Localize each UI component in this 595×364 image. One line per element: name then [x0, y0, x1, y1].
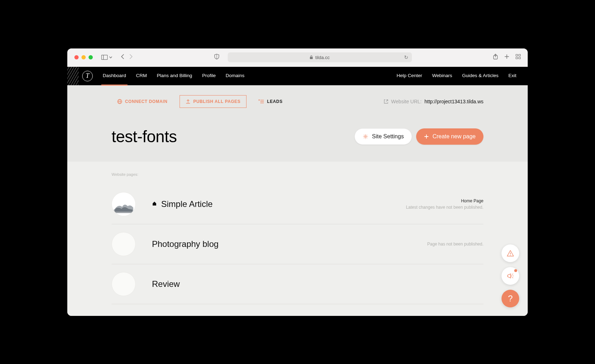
external-link-icon: [384, 99, 388, 104]
website-url[interactable]: Website URL: http://project13413.tilda.w…: [384, 99, 483, 104]
page-note: Page has not been published.: [427, 242, 483, 247]
nav-item-profile[interactable]: Profile: [202, 73, 216, 79]
svg-rect-6: [519, 54, 521, 56]
chevron-down-icon: [109, 56, 112, 58]
decoration-strip: [67, 67, 79, 85]
nav-item-plans-and-billing[interactable]: Plans and Billing: [157, 73, 192, 79]
action-row: CONNECT DOMAIN PUBLISH ALL PAGES LEADS W…: [112, 85, 483, 108]
window-close-button[interactable]: [74, 55, 79, 59]
page-note: Latest changes have not been published.: [406, 205, 483, 210]
browser-toolbar: tilda.cc ↻: [67, 48, 528, 67]
svg-line-21: [512, 274, 513, 275]
float-stack: ?: [502, 244, 519, 307]
page-thumbnail: [112, 192, 136, 216]
tab-overview-button[interactable]: [516, 54, 521, 60]
nav-item-domains[interactable]: Domains: [226, 73, 244, 79]
page-thumbnail: [112, 232, 136, 256]
plus-icon: [424, 134, 429, 139]
sidebar-icon: [101, 55, 108, 60]
gear-icon: [363, 134, 368, 139]
address-host: tilda.cc: [315, 55, 329, 60]
sidebar-toggle[interactable]: [101, 55, 112, 60]
app-nav: T DashboardCRMPlans and BillingProfileDo…: [67, 67, 528, 85]
browser-window: tilda.cc ↻ T DashboardCRMPlans and Billi…: [67, 48, 528, 316]
page-meta: Page has not been published.: [427, 242, 483, 247]
megaphone-icon: [506, 272, 514, 279]
pages-area: Website pages: Simple ArticleHome PageLa…: [67, 162, 528, 316]
site-title: test-fonts: [112, 127, 177, 146]
svg-rect-5: [516, 54, 518, 56]
privacy-shield-icon[interactable]: [214, 54, 219, 61]
page-main: Photography blog: [152, 239, 219, 249]
page-meta: Home PageLatest changes have not been pu…: [406, 198, 483, 210]
connect-domain-label: CONNECT DOMAIN: [125, 99, 168, 104]
alerts-button[interactable]: [502, 244, 519, 262]
create-page-button[interactable]: Create new page: [416, 128, 483, 145]
nav-item-exit[interactable]: Exit: [508, 73, 516, 79]
question-icon: ?: [508, 294, 512, 304]
page-main: Simple Article: [152, 199, 212, 209]
globe-icon: [117, 99, 122, 104]
tilda-logo[interactable]: T: [82, 71, 93, 81]
leads-label: LEADS: [267, 99, 283, 104]
svg-rect-8: [519, 57, 521, 59]
page-row[interactable]: Simple ArticleHome PageLatest changes ha…: [112, 184, 483, 224]
site-settings-label: Site Settings: [372, 133, 404, 140]
pages-section-label: Website pages:: [112, 172, 483, 177]
upload-icon: [186, 99, 191, 104]
home-icon: [152, 201, 157, 207]
new-tab-button[interactable]: [504, 54, 509, 60]
nav-item-dashboard[interactable]: Dashboard: [103, 73, 126, 79]
nav-item-webinars[interactable]: Webinars: [432, 73, 452, 79]
page-badge: Home Page: [406, 198, 483, 203]
connect-domain-button[interactable]: CONNECT DOMAIN: [112, 96, 173, 108]
nav-item-help-center[interactable]: Help Center: [397, 73, 422, 79]
page-main: Review: [152, 279, 180, 289]
nav-back-button[interactable]: [121, 54, 124, 61]
announcements-button[interactable]: [502, 267, 519, 285]
traffic-lights: [74, 55, 93, 59]
website-url-value: http://project13413.tilda.ws: [424, 99, 483, 104]
svg-point-17: [365, 135, 367, 137]
publish-all-button[interactable]: PUBLISH ALL PAGES: [180, 95, 246, 108]
lock-icon: [310, 55, 313, 59]
window-zoom-button[interactable]: [89, 55, 93, 59]
page-title: Simple Article: [161, 199, 212, 209]
publish-all-label: PUBLISH ALL PAGES: [193, 99, 240, 104]
warning-icon: [506, 250, 514, 257]
svg-rect-0: [102, 55, 108, 60]
address-bar[interactable]: tilda.cc ↻: [228, 52, 412, 62]
svg-point-20: [510, 255, 511, 255]
page-title: Photography blog: [152, 239, 219, 249]
window-minimize-button[interactable]: [81, 55, 86, 59]
site-settings-button[interactable]: Site Settings: [355, 128, 412, 145]
page-row[interactable]: Review: [112, 264, 483, 304]
website-url-label: Website URL:: [391, 99, 421, 104]
share-button[interactable]: [493, 54, 498, 61]
nav-item-crm[interactable]: CRM: [136, 73, 147, 79]
nav-forward-button[interactable]: [129, 54, 133, 61]
title-row: test-fonts Site Settings Create new page: [112, 108, 483, 162]
reload-button[interactable]: ↻: [404, 54, 408, 60]
page-title: Review: [152, 279, 180, 289]
svg-line-23: [512, 277, 513, 278]
page-row[interactable]: Photography blogPage has not been publis…: [112, 224, 483, 264]
create-page-label: Create new page: [432, 133, 476, 140]
nav-item-guides-articles[interactable]: Guides & Articles: [462, 73, 499, 79]
page-thumbnail: [112, 272, 136, 296]
svg-rect-3: [310, 57, 313, 59]
help-button[interactable]: ?: [502, 290, 519, 307]
svg-rect-7: [516, 57, 518, 59]
leads-icon: [259, 99, 264, 104]
leads-button[interactable]: LEADS: [253, 96, 288, 108]
notification-dot: [514, 269, 517, 272]
